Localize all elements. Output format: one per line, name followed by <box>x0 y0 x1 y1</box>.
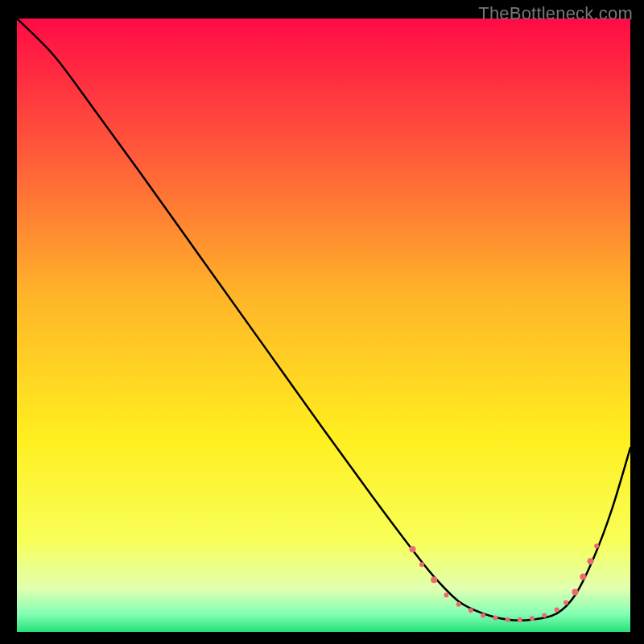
curve-marker <box>493 615 497 620</box>
curve-marker <box>542 613 547 617</box>
curve-marker <box>469 608 473 613</box>
curve-marker <box>419 562 424 567</box>
curve-marker <box>564 600 568 605</box>
curve-marker <box>444 592 448 597</box>
curve-marker <box>580 573 586 580</box>
bottleneck-chart <box>17 19 630 632</box>
curve-marker <box>594 543 599 548</box>
curve-marker <box>587 558 593 564</box>
curve-marker <box>506 617 510 622</box>
curve-marker <box>409 546 415 552</box>
attribution-label: TheBottleneck.com <box>478 3 633 24</box>
curve-marker <box>481 613 485 617</box>
chart-frame: TheBottleneck.com <box>0 0 644 644</box>
gradient-bg <box>17 19 630 632</box>
curve-marker <box>530 616 535 621</box>
curve-marker <box>431 576 437 583</box>
curve-marker <box>555 608 559 613</box>
curve-marker <box>518 617 522 622</box>
curve-marker <box>456 602 461 607</box>
curve-marker <box>572 588 578 595</box>
